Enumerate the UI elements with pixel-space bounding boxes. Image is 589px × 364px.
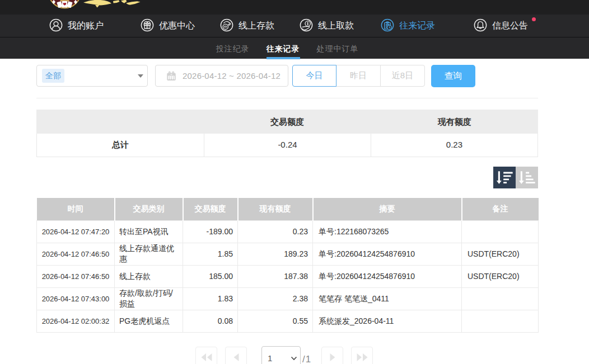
yesterday-button[interactable]: 昨日 [336, 65, 381, 87]
transactions-table: 时间 交易类别 交易额度 现有额度 摘要 备注 2026-04-12 07:47… [36, 198, 539, 333]
cell-bal: 0.23 [238, 220, 313, 243]
cell-amt: 0.08 [183, 310, 238, 332]
type-select-tag: 全部 [42, 69, 64, 83]
cell-type: PG老虎机返点 [115, 310, 183, 332]
sort-amount-asc-icon [516, 167, 538, 188]
table-row: 2026-04-12 07:43:00存款/取款/打码/损益1.832.38笔笔… [37, 287, 539, 310]
col-header-balance: 现有额度 [238, 198, 313, 220]
main-navigation: 我的账户 优惠中心 线上存款 [0, 15, 589, 37]
summary-header-transaction: 交易额度 [204, 110, 371, 134]
bell-icon [474, 18, 487, 32]
summary-transaction-total: -0.24 [204, 134, 371, 157]
summary-total-label: 总计 [37, 134, 204, 157]
next-page-icon [329, 353, 336, 361]
gift-icon [141, 18, 154, 32]
previous-page-button[interactable] [225, 347, 247, 364]
cell-note [462, 287, 539, 310]
sort-descending-button[interactable] [493, 167, 516, 188]
sub-navigation: 投注纪录 往来记录 处理中订单 [0, 37, 589, 59]
nav-item-transaction-records[interactable]: 往来记录 [381, 15, 435, 37]
records-icon [381, 18, 394, 32]
cell-amt: 1.83 [183, 287, 238, 310]
last-page-icon [356, 353, 368, 361]
nav-item-promotions[interactable]: 优惠中心 [141, 15, 195, 37]
summary-table: 交易额度 现有额度 总计 -0.24 0.23 [36, 110, 538, 157]
cell-amt: -189.00 [183, 220, 238, 243]
nav-item-announcements[interactable]: 信息公告 [474, 15, 528, 37]
last-page-button[interactable] [351, 347, 373, 364]
page-total-label: /1 [302, 354, 311, 364]
cell-time: 2026-04-12 07:46:50 [37, 243, 115, 265]
cell-bal: 189.23 [238, 243, 313, 265]
col-header-note: 备注 [462, 198, 539, 220]
brand-logo[interactable] [48, 0, 177, 11]
page-select[interactable]: 1 [261, 346, 301, 364]
cell-sum: 单号:202604124254876910 [313, 265, 462, 287]
nav-label: 线上取款 [318, 20, 354, 32]
summary-header-row: 交易额度 现有额度 [36, 110, 538, 134]
calendar-icon [166, 71, 176, 81]
table-row: 2026-04-12 07:47:20转出至PA视讯-189.000.23单号:… [37, 220, 539, 243]
cell-time: 2026-04-12 07:47:20 [37, 220, 115, 243]
table-header-row: 时间 交易类别 交易额度 现有额度 摘要 备注 [37, 198, 539, 220]
cell-amt: 185.00 [183, 265, 238, 287]
table-row: 2026-04-12 07:46:50线上存款通道优惠1.85189.23单号:… [37, 243, 539, 265]
tab-transaction-records[interactable]: 往来记录 [267, 37, 300, 59]
cell-sum: 单号:122168073265 [313, 220, 462, 243]
cell-bal: 2.38 [238, 287, 313, 310]
col-header-time: 时间 [37, 198, 115, 220]
sort-amount-desc-icon [493, 167, 516, 188]
cell-time: 2026-04-12 07:46:50 [37, 265, 115, 287]
cell-sum: 单号:202604124254876910 [313, 243, 462, 265]
sort-ascending-button[interactable] [516, 167, 538, 188]
pagination: 1 /1 [36, 346, 538, 364]
top-logo-bar [0, 0, 589, 15]
first-page-button[interactable] [195, 347, 217, 364]
cell-note [462, 310, 539, 332]
date-range-input[interactable]: 2026-04-12 ~ 2026-04-12 [155, 65, 288, 87]
cell-note: USDT(ERC20) [462, 243, 539, 265]
cell-type: 线上存款 [115, 265, 183, 287]
filter-divider [36, 98, 538, 98]
nav-label: 我的账户 [68, 20, 104, 32]
next-page-button[interactable] [321, 347, 343, 364]
nav-item-online-withdrawal[interactable]: 线上取款 [300, 15, 354, 37]
cell-type: 线上存款通道优惠 [115, 243, 183, 265]
nav-label: 线上存款 [239, 20, 274, 32]
nav-label: 信息公告 [492, 20, 528, 32]
summary-total-row: 总计 -0.24 0.23 [36, 134, 538, 157]
date-range-value: 2026-04-12 ~ 2026-04-12 [183, 71, 281, 81]
col-header-summary: 摘要 [313, 198, 462, 220]
cell-bal: 0.55 [238, 310, 313, 332]
last-8-days-button[interactable]: 近8日 [380, 65, 425, 87]
cell-bal: 187.38 [238, 265, 313, 287]
nav-label: 往来记录 [399, 20, 435, 32]
tab-betting-records[interactable]: 投注纪录 [216, 37, 250, 59]
table-row: 2026-04-12 07:46:50线上存款185.00187.38单号:20… [37, 265, 539, 287]
deposit-icon [220, 18, 233, 32]
page-select-value: 1 [268, 353, 272, 363]
tab-pending-orders[interactable]: 处理中订单 [317, 37, 359, 59]
first-page-icon [200, 353, 213, 361]
user-icon [49, 18, 63, 32]
summary-header-empty [36, 110, 204, 134]
previous-page-icon [233, 353, 240, 361]
query-button[interactable]: 查询 [431, 65, 475, 87]
cell-note: USDT(ERC20) [462, 265, 539, 287]
type-select[interactable]: 全部 [36, 65, 148, 87]
notification-dot [532, 17, 536, 21]
nav-label: 优惠中心 [159, 20, 195, 32]
nav-item-online-deposit[interactable]: 线上存款 [220, 15, 274, 37]
summary-balance-total: 0.23 [371, 134, 537, 157]
today-button[interactable]: 今日 [292, 65, 336, 87]
quick-date-group: 今日 昨日 近8日 [292, 65, 425, 87]
sort-bar [36, 167, 538, 188]
cell-type: 存款/取款/打码/损益 [115, 287, 183, 310]
col-header-type: 交易类别 [115, 198, 183, 220]
cell-sum: 系统派发_2026-04-11 [313, 310, 462, 332]
col-header-amount: 交易额度 [183, 198, 238, 220]
select-chevron-icon [291, 356, 297, 361]
cell-amt: 1.85 [183, 243, 238, 265]
nav-item-my-account[interactable]: 我的账户 [49, 15, 104, 37]
cell-sum: 笔笔存 笔笔送_0411 [313, 287, 462, 310]
